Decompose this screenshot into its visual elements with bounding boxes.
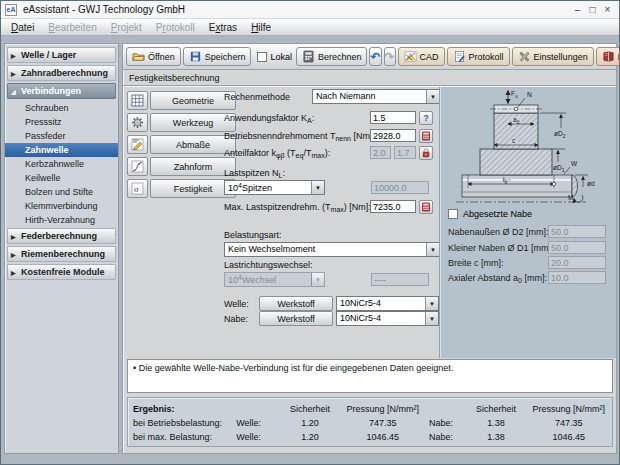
sidebar-section-kostenfreie-module[interactable]: ▶Kostenfreie Module	[7, 264, 116, 280]
werkzeug-icon-button[interactable]	[127, 113, 148, 132]
sigma-icon: σ	[131, 182, 144, 195]
welle-werkstoff-button[interactable]: Werkstoff	[259, 296, 333, 311]
zahnform-icon-button[interactable]	[127, 157, 148, 176]
sidebar-item-hirth-verzahnung[interactable]: Hirth-Verzahnung	[5, 213, 118, 227]
maximize-button[interactable]: □	[585, 4, 600, 15]
protokoll-button[interactable]: Protokoll	[447, 47, 510, 66]
minimize-button[interactable]: –	[570, 4, 585, 15]
belastungsart-dropdown[interactable]: Kein Wechselmoment▼	[224, 242, 440, 257]
nabe-material-dropdown[interactable]: 10NiCr5-4▼	[336, 311, 439, 326]
chevron-right-icon: ▶	[11, 52, 21, 59]
menu-extras[interactable]: Extras	[202, 21, 244, 34]
tab-festigkeitsberechnung[interactable]: Festigkeitsberechnung	[129, 73, 220, 83]
betriebsmoment-input[interactable]	[370, 129, 416, 142]
lastspitzen-label: Lastspitzen NL:	[224, 168, 285, 179]
sidebar-item-zahnwelle[interactable]: Zahnwelle	[5, 143, 118, 157]
redo-icon: ↷	[385, 51, 395, 63]
open-button[interactable]: Öffnen	[126, 47, 181, 66]
sidebar-item-kerbzahnwelle[interactable]: Kerbzahnwelle	[5, 157, 118, 171]
lastrichtungswechsel-label: Lastrichtungswechsel:	[224, 260, 313, 270]
axialer-abstand-input	[548, 271, 606, 284]
anwendungsfaktor-input[interactable]	[370, 111, 416, 124]
anteilfaktor-lock-button[interactable]	[419, 146, 433, 160]
rechenmethode-label: Rechenmethode	[224, 92, 290, 102]
geometry-panel: Fu N a0 øD2 c øD1	[439, 87, 616, 358]
pencil-ruler-icon	[131, 138, 144, 151]
w-label: W	[571, 160, 578, 167]
folder-open-icon	[132, 50, 145, 63]
abgesetzte-nabe-checkbox[interactable]: Abgesetzte Nabe	[448, 209, 532, 219]
checkbox-icon	[257, 52, 267, 62]
sidebar-section-riemenberechnung[interactable]: ▶Riemenberechnung	[7, 246, 116, 262]
save-button[interactable]: Speichern	[183, 47, 252, 66]
tab-strip: Festigkeitsberechnung	[123, 71, 616, 86]
berechnen-button[interactable]: Berechnen	[296, 47, 368, 66]
sidebar-section-welle-lager[interactable]: ▶Welle / Lager	[7, 47, 116, 63]
main-panel: Öffnen Speichern Lokal Berechnen ↶ ↷	[122, 43, 617, 454]
sidebar-item-klemmverbindung[interactable]: Klemmverbindung	[5, 199, 118, 213]
section-label: Riemenberechnung	[21, 249, 105, 259]
kleiner-naben-input	[548, 241, 606, 254]
anteilfaktor-input-1	[370, 146, 391, 159]
abmasse-icon-button[interactable]	[127, 135, 148, 154]
festigkeit-icon-button[interactable]: σ	[127, 179, 148, 198]
maxlast-input[interactable]	[370, 200, 416, 213]
nabe-werkstoff-button[interactable]: Werkstoff	[259, 311, 333, 326]
sidebar-item-presssitz[interactable]: Presssitz	[5, 115, 118, 129]
lokal-checkbox[interactable]: Lokal	[257, 52, 292, 62]
save-disk-icon	[189, 50, 202, 63]
app-icon: eA	[5, 4, 17, 16]
chevron-down-icon[interactable]: ▼	[425, 312, 438, 325]
hilfe-button[interactable]: Hilfe	[596, 47, 620, 66]
anwendungsfaktor-help-button[interactable]: ?	[419, 111, 433, 125]
help-book-icon	[602, 50, 615, 63]
menu-projekt: Projekt	[104, 21, 149, 34]
sidebar-section-federberechnung[interactable]: ▶Federberechnung	[7, 228, 116, 244]
calculator-icon	[421, 202, 431, 212]
svg-text:σ: σ	[134, 184, 139, 194]
betriebsmoment-calculator-button[interactable]	[419, 129, 433, 143]
sidebar-section-zahnradberechnung[interactable]: ▶Zahnradberechnung	[7, 65, 116, 81]
protocol-document-icon	[453, 50, 466, 63]
hub-lower	[480, 149, 552, 175]
nabenaussen-label: Nabenaußen Ø D2 [mm]:	[448, 227, 549, 237]
sidebar-item-keilwelle[interactable]: Keilwelle	[5, 171, 118, 185]
menu-hilfe[interactable]: Hilfe	[244, 21, 278, 34]
breite-input	[548, 256, 606, 269]
close-button[interactable]: ×	[600, 4, 615, 15]
message-text: • Die gewählte Welle-Nabe-Verbindung ist…	[133, 363, 453, 373]
message-box: • Die gewählte Welle-Nabe-Verbindung ist…	[127, 359, 613, 393]
nabenaussen-input	[548, 225, 606, 238]
lock-icon	[421, 148, 431, 158]
menu-datei[interactable]: Datei	[4, 21, 41, 34]
sidebar-item-bolzen-und-stifte[interactable]: Bolzen und Stifte	[5, 185, 118, 199]
results-row-betrieb: bei Betriebsbelastung: Welle: 1.20 747.3…	[128, 416, 612, 430]
checkbox-icon	[448, 209, 458, 219]
undo-button[interactable]: ↶	[369, 47, 381, 66]
section-label: Kostenfreie Module	[21, 267, 105, 277]
window-title: eAssistant - GWJ Technology GmbH	[23, 4, 570, 15]
geometrie-icon-button[interactable]	[127, 91, 148, 110]
tooth-curve-icon	[131, 160, 144, 173]
chevron-down-icon[interactable]: ▼	[426, 243, 439, 256]
sidebar-item-passfeder[interactable]: Passfeder	[5, 129, 118, 143]
welle-label: Welle:	[224, 299, 249, 309]
anteilfaktor-label: Anteilfaktor kφβ (Teq/Tmax):	[224, 148, 330, 159]
lastspitzen-dropdown[interactable]: 104Spitzen▼	[224, 180, 325, 195]
chevron-down-icon[interactable]: ▼	[425, 297, 438, 310]
rechenmethode-dropdown[interactable]: Nach Niemann▼	[312, 89, 440, 104]
anteilfaktor-input-2	[394, 146, 416, 159]
n-label: N	[527, 91, 532, 98]
einstellungen-button[interactable]: Einstellungen	[512, 47, 594, 66]
sidebar-section-verbindungen[interactable]: ◢Verbindungen	[7, 83, 116, 99]
chevron-down-icon[interactable]: ▼	[426, 90, 439, 103]
chevron-down-icon[interactable]: ▼	[311, 181, 324, 194]
maxlast-calculator-button[interactable]	[419, 200, 433, 214]
calculator-icon	[421, 131, 431, 141]
lastrichtungswechsel-input	[371, 273, 429, 286]
breite-label: Breite c [mm]:	[448, 258, 504, 268]
cad-button[interactable]: CAD	[398, 47, 445, 66]
shaft-hub-diagram: Fu N a0 øD2 c øD1	[448, 87, 608, 209]
welle-material-dropdown[interactable]: 10NiCr5-4▼	[336, 296, 439, 311]
sidebar-item-schrauben[interactable]: Schrauben	[5, 101, 118, 115]
